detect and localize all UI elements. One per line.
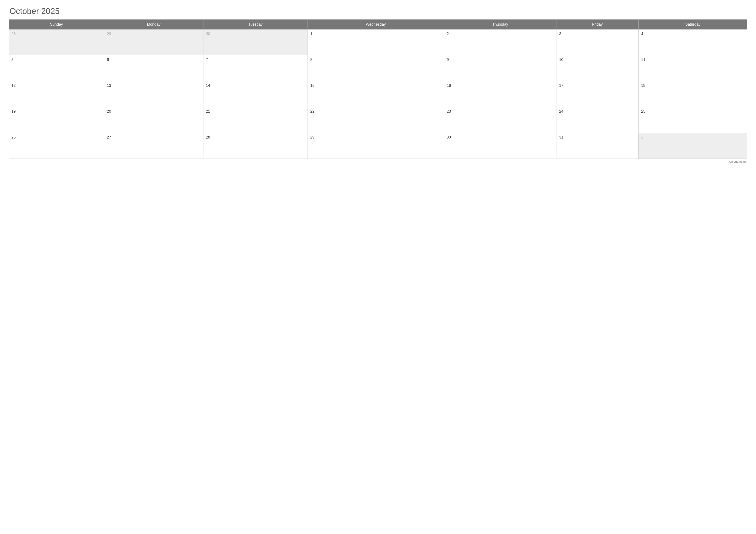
calendar-footer: iCalendars.net [9,160,747,163]
day-number: 29 [107,32,111,36]
calendar-cell[interactable]: 12 [9,81,104,107]
day-number: 16 [447,83,451,88]
calendar-cell[interactable]: 7 [203,55,308,81]
day-number: 17 [559,83,563,88]
week-row-3: 12131415161718 [9,81,747,107]
day-number: 28 [12,32,16,36]
calendar-cell[interactable]: 18 [638,81,747,107]
calendar-cell[interactable]: 16 [444,81,556,107]
calendar-cell[interactable]: 24 [556,107,638,133]
day-number: 14 [206,83,210,88]
calendar-table: SundayMondayTuesdayWednesdayThursdayFrid… [9,19,747,159]
day-number: 21 [206,109,210,114]
day-number: 2 [447,32,449,36]
calendar-cell[interactable]: 9 [444,55,556,81]
day-header-tuesday: Tuesday [203,20,308,30]
day-number: 11 [641,58,645,62]
day-number: 5 [12,58,14,62]
day-number: 28 [206,135,210,140]
calendar-cell[interactable]: 29 [308,133,444,159]
calendar-cell[interactable]: 3 [556,30,638,55]
calendar-title: October 2025 [9,7,747,16]
calendar-cell[interactable]: 26 [9,133,104,159]
day-number: 26 [12,135,16,140]
day-number: 22 [310,109,315,114]
day-number: 20 [107,109,111,114]
day-number: 19 [12,109,16,114]
calendar-cell[interactable]: 13 [104,81,203,107]
calendar-cell[interactable]: 22 [308,107,444,133]
calendar-cell[interactable]: 27 [104,133,203,159]
calendar-cell[interactable]: 8 [308,55,444,81]
calendar-cell[interactable]: 19 [9,107,104,133]
day-number: 7 [206,58,208,62]
day-number: 10 [559,58,563,62]
day-header-wednesday: Wednesday [308,20,444,30]
calendar-cell[interactable]: 1 [638,133,747,159]
calendar-cell[interactable]: 6 [104,55,203,81]
week-row-1: 2829301234 [9,30,747,55]
day-number: 31 [559,135,563,140]
day-number: 18 [641,83,645,88]
calendar-cell[interactable]: 20 [104,107,203,133]
day-number: 4 [641,32,643,36]
day-number: 30 [447,135,451,140]
calendar-cell[interactable]: 2 [444,30,556,55]
calendar-cell[interactable]: 30 [444,133,556,159]
calendar-cell[interactable]: 21 [203,107,308,133]
calendar-cell[interactable]: 30 [203,30,308,55]
calendar-cell[interactable]: 25 [638,107,747,133]
days-of-week-row: SundayMondayTuesdayWednesdayThursdayFrid… [9,20,747,30]
calendar-cell[interactable]: 17 [556,81,638,107]
week-row-4: 19202122232425 [9,107,747,133]
calendar-cell[interactable]: 14 [203,81,308,107]
day-number: 13 [107,83,111,88]
calendar-cell[interactable]: 11 [638,55,747,81]
week-row-2: 567891011 [9,55,747,81]
calendar-cell[interactable]: 23 [444,107,556,133]
day-number: 25 [641,109,645,114]
calendar-cell[interactable]: 29 [104,30,203,55]
week-row-5: 2627282930311 [9,133,747,159]
day-header-sunday: Sunday [9,20,104,30]
day-header-saturday: Saturday [638,20,747,30]
day-number: 1 [641,135,643,140]
calendar-cell[interactable]: 15 [308,81,444,107]
calendar-cell[interactable]: 10 [556,55,638,81]
day-header-monday: Monday [104,20,203,30]
day-number: 1 [310,32,312,36]
day-number: 27 [107,135,111,140]
calendar-cell[interactable]: 1 [308,30,444,55]
day-header-friday: Friday [556,20,638,30]
day-number: 30 [206,32,210,36]
day-number: 15 [310,83,315,88]
day-number: 3 [559,32,561,36]
day-number: 24 [559,109,563,114]
day-header-thursday: Thursday [444,20,556,30]
calendar-cell[interactable]: 4 [638,30,747,55]
calendar-cell[interactable]: 28 [9,30,104,55]
calendar-cell[interactable]: 28 [203,133,308,159]
day-number: 8 [310,58,312,62]
calendar-cell[interactable]: 31 [556,133,638,159]
calendar-cell[interactable]: 5 [9,55,104,81]
day-number: 23 [447,109,451,114]
day-number: 9 [447,58,449,62]
day-number: 6 [107,58,109,62]
day-number: 12 [12,83,16,88]
day-number: 29 [310,135,315,140]
